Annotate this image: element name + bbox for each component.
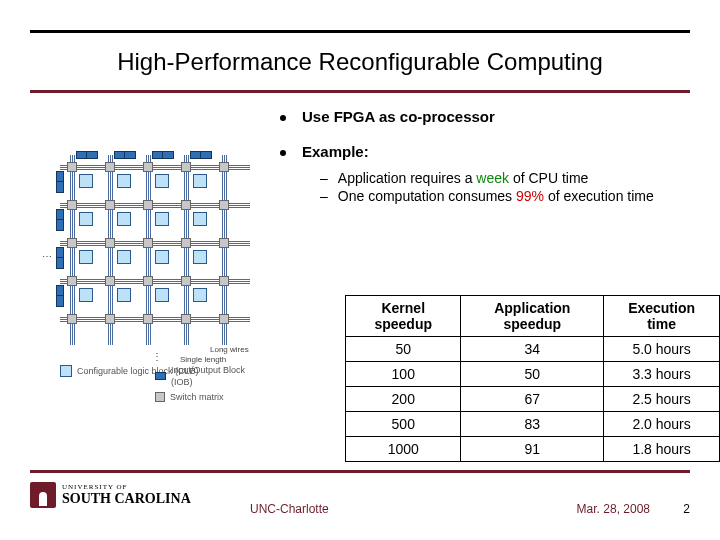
cell: 1.8 hours — [604, 437, 720, 462]
cell: 100 — [346, 362, 461, 387]
dash-icon: – — [320, 170, 328, 186]
bullet-1: Use FPGA as co-processor — [280, 108, 690, 125]
cell: 500 — [346, 412, 461, 437]
sub-bullet-2-text: One computation consumes 99% of executio… — [338, 188, 654, 204]
fpga-grid — [60, 155, 250, 345]
bullet-2-text: Example: — [302, 143, 369, 160]
footer-venue: UNC-Charlotte — [250, 502, 329, 516]
sub-bullet-1-text: Application requires a week of CPU time — [338, 170, 589, 186]
fpga-diagram: ⋯ ⋮ Long wires Single length Configurabl… — [60, 155, 260, 425]
cell: 50 — [346, 337, 461, 362]
university-name: UNIVERSITY OF SOUTH CAROLINA — [62, 483, 191, 507]
dash-icon: – — [320, 188, 328, 204]
cell: 2.0 hours — [604, 412, 720, 437]
cell: 91 — [461, 437, 604, 462]
bullet-dot-icon — [280, 150, 286, 156]
table-row: 500832.0 hours — [346, 412, 720, 437]
sm-swatch-icon — [155, 392, 165, 402]
table-header-row: Kernel speedup Application speedup Execu… — [346, 296, 720, 337]
logo-tree-icon — [30, 482, 56, 508]
footer-date: Mar. 28, 2008 — [577, 502, 650, 516]
university-logo: UNIVERSITY OF SOUTH CAROLINA — [30, 482, 191, 508]
sub-bullet-1: – Application requires a week of CPU tim… — [320, 170, 690, 186]
legend-sm: Switch matrix — [170, 391, 224, 404]
speedup-table: Kernel speedup Application speedup Execu… — [345, 295, 720, 462]
page-title: High-Performance Reconfigurable Computin… — [0, 48, 720, 76]
iob-swatch-icon — [155, 372, 166, 380]
fpga-legend: Configurable logic block (CLB) Input/Out… — [60, 365, 260, 405]
long-wires-label: Long wires — [210, 345, 249, 354]
sub2-highlight: 99% — [516, 188, 544, 204]
cell: 83 — [461, 412, 604, 437]
table-row: 100503.3 hours — [346, 362, 720, 387]
col-kernel: Kernel speedup — [346, 296, 461, 337]
cell: 1000 — [346, 437, 461, 462]
cell: 50 — [461, 362, 604, 387]
table-row: 1000911.8 hours — [346, 437, 720, 462]
ellipsis-icon: ⋮ — [152, 351, 163, 362]
rule-top — [30, 30, 690, 33]
sub-bullet-list: – Application requires a week of CPU tim… — [320, 170, 690, 204]
sub1-pre: Application requires a — [338, 170, 477, 186]
uni-line1: UNIVERSITY OF — [62, 483, 191, 491]
sub1-post: of CPU time — [509, 170, 588, 186]
rule-under-title — [30, 90, 690, 93]
cell: 3.3 hours — [604, 362, 720, 387]
ellipsis-icon: ⋯ — [42, 251, 53, 262]
legend-iob: Input/Output Block (IOB) — [171, 364, 260, 389]
sub2-pre: One computation consumes — [338, 188, 516, 204]
bullet-dot-icon — [280, 115, 286, 121]
uni-line2: SOUTH CAROLINA — [62, 491, 191, 507]
col-app: Application speedup — [461, 296, 604, 337]
bullet-1-text: Use FPGA as co-processor — [302, 108, 495, 125]
sub-bullet-2: – One computation consumes 99% of execut… — [320, 188, 690, 204]
table-row: 50345.0 hours — [346, 337, 720, 362]
clb-swatch-icon — [60, 365, 72, 377]
rule-footer — [30, 470, 690, 473]
cell: 67 — [461, 387, 604, 412]
table-row: 200672.5 hours — [346, 387, 720, 412]
page-number: 2 — [683, 502, 690, 516]
cell: 5.0 hours — [604, 337, 720, 362]
cell: 200 — [346, 387, 461, 412]
content-block: Use FPGA as co-processor Example: – Appl… — [280, 108, 690, 206]
cell: 34 — [461, 337, 604, 362]
bullet-2: Example: — [280, 143, 690, 160]
sub1-highlight: week — [476, 170, 509, 186]
col-time: Execution time — [604, 296, 720, 337]
cell: 2.5 hours — [604, 387, 720, 412]
sub2-post: of execution time — [544, 188, 654, 204]
